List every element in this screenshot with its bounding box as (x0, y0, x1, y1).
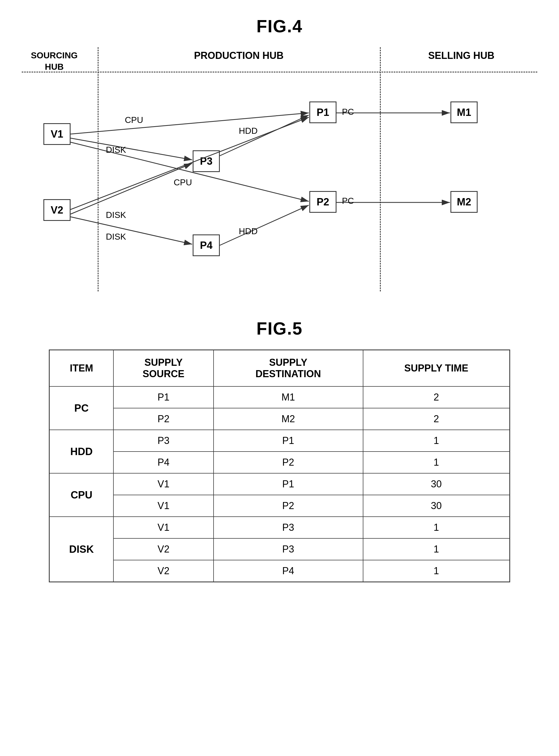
selling-hub-label: SELLING HUB (407, 50, 516, 61)
hdd-label-2: HDD (239, 226, 258, 236)
cpu-label-1: CPU (125, 115, 143, 125)
item-cell-disk: DISK (49, 517, 114, 582)
disk-label-1: DISK (106, 145, 126, 155)
time-cell: 1 (363, 430, 510, 451)
svg-line-8 (220, 205, 309, 245)
svg-line-1 (71, 113, 309, 134)
source-cell: P1 (113, 386, 213, 408)
time-cell: 2 (363, 386, 510, 408)
svg-line-4 (71, 117, 309, 209)
source-cell: V1 (113, 473, 213, 495)
table-row: PC P1 M1 2 (49, 386, 510, 408)
time-cell: 30 (363, 473, 510, 495)
source-cell: V1 (113, 517, 213, 538)
svg-line-5 (71, 163, 192, 214)
node-m2: M2 (450, 191, 477, 213)
dest-cell: P1 (214, 473, 363, 495)
node-p4: P4 (193, 235, 220, 256)
table-row: V1 P2 30 (49, 495, 510, 517)
time-cell: 30 (363, 495, 510, 517)
table-row: V2 P4 1 (49, 560, 510, 582)
time-cell: 1 (363, 517, 510, 538)
production-hub-label: PRODUCTION HUB (144, 50, 334, 61)
node-p2: P2 (309, 191, 336, 213)
fig5-title: FIG.5 (22, 318, 537, 339)
sourcing-hub-label: SOURCINGHUB (27, 50, 82, 72)
pc-label-1: PC (342, 107, 354, 117)
fig4-title: FIG.4 (22, 16, 537, 36)
node-v2: V2 (43, 199, 71, 221)
diagram-container: SOURCINGHUB PRODUCTION HUB SELLING HUB V… (22, 47, 537, 291)
time-cell: 1 (363, 538, 510, 560)
source-cell: V1 (113, 495, 213, 517)
source-cell: P3 (113, 430, 213, 451)
dest-cell: P4 (214, 560, 363, 582)
item-cell-cpu: CPU (49, 473, 114, 517)
item-cell-hdd: HDD (49, 430, 114, 473)
source-cell: P2 (113, 408, 213, 430)
item-cell-pc: PC (49, 386, 114, 430)
fig5-table: ITEM SUPPLYSOURCE SUPPLYDESTINATION SUPP… (49, 350, 510, 582)
dest-cell: M1 (214, 386, 363, 408)
col-header-item: ITEM (49, 350, 114, 387)
table-row: P4 P2 1 (49, 451, 510, 473)
node-p1: P1 (309, 102, 336, 123)
table-row: V2 P3 1 (49, 538, 510, 560)
table-row: CPU V1 P1 30 (49, 473, 510, 495)
time-cell: 2 (363, 408, 510, 430)
dest-cell: P3 (214, 538, 363, 560)
dest-cell: P2 (214, 495, 363, 517)
svg-line-6 (71, 217, 192, 244)
h-dashed-line (22, 72, 537, 72)
table-row: P2 M2 2 (49, 408, 510, 430)
col-header-source: SUPPLYSOURCE (113, 350, 213, 387)
pc-label-2: PC (342, 196, 354, 206)
source-cell: V2 (113, 538, 213, 560)
dest-cell: P3 (214, 517, 363, 538)
time-cell: 1 (363, 451, 510, 473)
cpu-label-2: CPU (174, 177, 192, 187)
arrows-svg (22, 47, 537, 291)
node-m1: M1 (450, 102, 477, 123)
v-dashed-line-2 (380, 47, 381, 291)
disk-label-3: DISK (106, 232, 126, 242)
hdd-label-1: HDD (239, 126, 258, 136)
dest-cell: P1 (214, 430, 363, 451)
dest-cell: P2 (214, 451, 363, 473)
table-section: ITEM SUPPLYSOURCE SUPPLYDESTINATION SUPP… (49, 350, 510, 582)
col-header-time: SUPPLY TIME (363, 350, 510, 387)
table-row: DISK V1 P3 1 (49, 517, 510, 538)
source-cell: V2 (113, 560, 213, 582)
svg-line-2 (71, 138, 192, 160)
disk-label-2: DISK (106, 210, 126, 220)
col-header-destination: SUPPLYDESTINATION (214, 350, 363, 387)
node-p3: P3 (193, 150, 220, 172)
source-cell: P4 (113, 451, 213, 473)
dest-cell: M2 (214, 408, 363, 430)
v-dashed-line-1 (98, 47, 98, 291)
table-row: HDD P3 P1 1 (49, 430, 510, 451)
node-v1: V1 (43, 123, 71, 145)
time-cell: 1 (363, 560, 510, 582)
svg-line-7 (220, 115, 309, 156)
